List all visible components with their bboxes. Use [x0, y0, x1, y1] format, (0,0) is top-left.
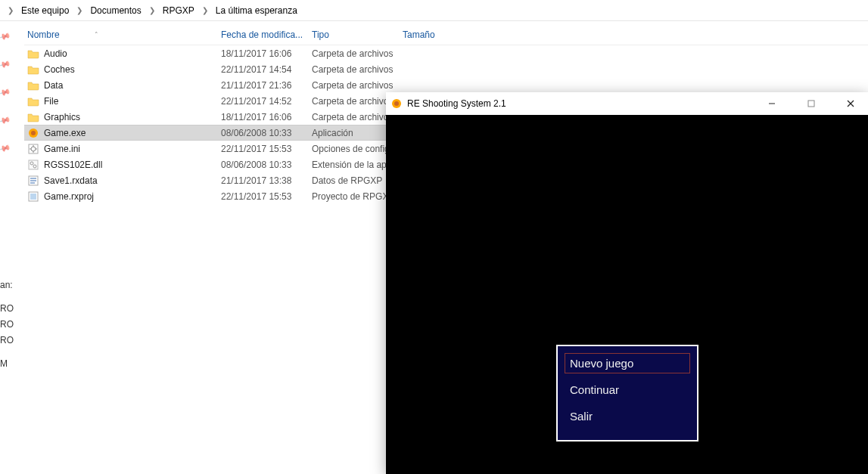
window-title: RE Shooting System 2.1 [407, 98, 506, 109]
game-viewport: Nuevo juegoContinuarSalir [386, 115, 868, 474]
breadcrumb-item[interactable]: Este equipo [18, 4, 72, 17]
game-menu-item[interactable]: Salir [565, 407, 689, 426]
game-menu: Nuevo juegoContinuarSalir [556, 345, 698, 441]
sort-ascending-icon[interactable]: ˄ [95, 31, 98, 39]
folder-icon [27, 48, 39, 60]
folder-icon [27, 79, 39, 91]
file-date: 22/11/2017 15:53 [221, 191, 312, 202]
proj-icon [27, 191, 39, 203]
file-date: 08/06/2008 10:33 [221, 160, 312, 170]
file-row[interactable]: Coches22/11/2017 14:54Carpeta de archivo… [24, 61, 868, 77]
folder-icon [27, 95, 39, 107]
file-name: Graphics [44, 112, 80, 122]
column-headers: Nombre ˄ Fecha de modifica... Tipo Tamañ… [24, 24, 868, 45]
column-date[interactable]: Fecha de modifica... [221, 29, 312, 40]
titlebar[interactable]: RE Shooting System 2.1 [386, 92, 868, 115]
file-type: Carpeta de archivos [312, 80, 403, 91]
quick-access-pins: 📌 📌 📌 📌 📌 [0, 21, 9, 474]
file-type: Carpeta de archivos [312, 64, 403, 75]
minimize-button[interactable] [754, 92, 789, 115]
exe-icon [27, 127, 39, 139]
file-date: 18/11/2017 16:06 [221, 48, 312, 59]
file-name: RGSS102E.dll [44, 160, 102, 170]
file-date: 21/11/2017 13:38 [221, 175, 312, 186]
breadcrumb-item[interactable]: La última esperanza [213, 4, 300, 17]
breadcrumb: ❯ Este equipo ❯ Documentos ❯ RPGXP ❯ La … [0, 0, 868, 21]
file-name: Game.rxproj [44, 191, 94, 202]
folder-icon [27, 111, 39, 123]
column-size[interactable]: Tamaño [403, 29, 478, 40]
breadcrumb-item[interactable]: RPGXP [160, 4, 198, 17]
svg-point-1 [31, 131, 36, 135]
app-icon [390, 98, 403, 110]
sidebar-fragment-text: RO [0, 316, 14, 332]
file-type: Carpeta de archivos [312, 48, 403, 59]
file-name: Game.ini [44, 144, 80, 154]
sidebar-fragment-text: RO [0, 332, 14, 348]
file-date: 08/06/2008 10:33 [221, 128, 312, 138]
data-icon [27, 175, 39, 187]
sidebar-fragment: an:ROROROM [0, 277, 14, 371]
column-name[interactable]: Nombre ˄ [24, 29, 221, 40]
sidebar-fragment-text: M [0, 355, 14, 371]
sidebar-fragment-text: an: [0, 277, 14, 293]
chevron-right-icon[interactable]: ❯ [72, 6, 87, 14]
file-name: Audio [44, 48, 67, 59]
close-button[interactable] [833, 92, 868, 115]
breadcrumb-item[interactable]: Documentos [87, 4, 144, 17]
file-name: Game.exe [44, 128, 86, 138]
file-name: File [44, 96, 58, 107]
column-type[interactable]: Tipo [312, 29, 403, 40]
sidebar-fragment-text: RO [0, 300, 14, 316]
maximize-button[interactable] [794, 92, 829, 115]
game-window: RE Shooting System 2.1 Nuevo juegoContin… [386, 92, 868, 474]
chevron-right-icon[interactable]: ❯ [3, 6, 18, 14]
chevron-right-icon[interactable]: ❯ [145, 6, 160, 14]
file-date: 22/11/2017 14:52 [221, 96, 312, 107]
ini-icon [27, 143, 39, 155]
file-name: Coches [44, 64, 75, 75]
file-date: 22/11/2017 14:54 [221, 64, 312, 75]
game-menu-item[interactable]: Nuevo juego [565, 354, 689, 373]
chevron-right-icon[interactable]: ❯ [198, 6, 213, 14]
svg-point-11 [394, 101, 399, 106]
file-name: Save1.rxdata [44, 175, 98, 186]
svg-rect-9 [30, 194, 36, 200]
file-date: 18/11/2017 16:06 [221, 112, 312, 122]
file-date: 21/11/2017 21:36 [221, 80, 312, 91]
game-menu-item[interactable]: Continuar [565, 380, 689, 399]
file-name: Data [44, 80, 63, 91]
file-row[interactable]: Data21/11/2017 21:36Carpeta de archivos [24, 77, 868, 93]
file-row[interactable]: Audio18/11/2017 16:06Carpeta de archivos [24, 45, 868, 61]
dll-icon [27, 159, 39, 171]
svg-rect-4 [29, 160, 38, 169]
folder-icon [27, 64, 39, 76]
svg-rect-13 [808, 101, 814, 107]
file-date: 22/11/2017 15:53 [221, 144, 312, 154]
